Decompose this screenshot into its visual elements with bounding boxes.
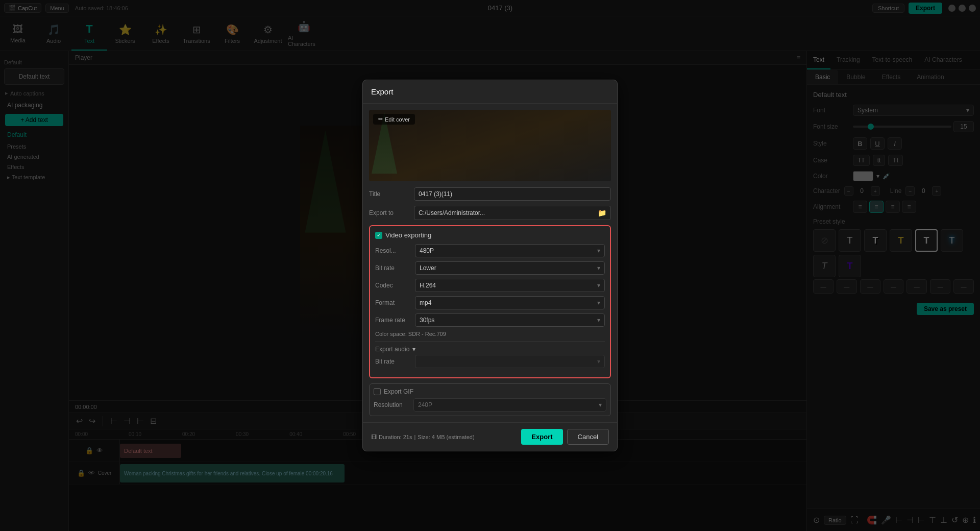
video-export-section: ✓ Video exporting Resol... 480P ▾ Bit ra…	[369, 225, 611, 378]
audio-bitrate-row: Bit rate ▾	[375, 355, 605, 368]
resolution-value: 480P	[420, 247, 434, 254]
export-audio-row: Export audio ▾	[375, 341, 605, 353]
video-export-checkbox[interactable]: ✓	[375, 232, 382, 239]
folder-icon[interactable]: 📁	[598, 209, 606, 217]
gif-checkbox[interactable]	[374, 388, 381, 395]
video-file-icon: 🎞	[371, 434, 377, 440]
framerate-chevron-icon: ▾	[597, 317, 600, 324]
export-path-display: C:/Users/Administrator... 📁	[414, 206, 611, 220]
export-preview: Default text ✏ Edit cover	[369, 110, 611, 181]
duration-label: Duration: 21s	[379, 434, 412, 440]
export-confirm-button[interactable]: Export	[521, 429, 562, 445]
edit-cover-button[interactable]: ✏ Edit cover	[373, 114, 415, 125]
bitrate-row: Bit rate Lower ▾	[375, 261, 605, 275]
bitrate-select[interactable]: Lower ▾	[415, 261, 605, 275]
modal-header: Export	[363, 80, 617, 104]
codec-select[interactable]: H.264 ▾	[415, 279, 605, 292]
format-chevron-icon: ▾	[597, 299, 600, 306]
gif-resolution-select[interactable]: 240P ▾	[413, 398, 606, 412]
resolution-chevron-icon: ▾	[597, 247, 600, 254]
codec-chevron-icon: ▾	[597, 282, 600, 289]
gif-chevron-icon: ▾	[599, 401, 602, 408]
gif-section: Export GIF Resolution 240P ▾	[369, 383, 611, 416]
export-to-row: Export to C:/Users/Administrator... 📁	[369, 206, 611, 220]
edit-cover-label: Edit cover	[385, 116, 410, 123]
format-value: mp4	[420, 299, 431, 306]
size-label: Size: 4 MB (estimated)	[418, 434, 474, 440]
checkmark-icon: ✓	[377, 232, 381, 238]
modal-body: Default text ✏ Edit cover Title Export t…	[363, 104, 617, 422]
gif-header: Export GIF	[374, 388, 606, 395]
codec-row: Codec H.264 ▾	[375, 279, 605, 292]
edit-icon: ✏	[378, 116, 383, 123]
modal-title: Export	[371, 87, 393, 96]
export-audio-label: Export audio	[375, 346, 409, 353]
framerate-select[interactable]: 30fps ▾	[415, 313, 605, 327]
gif-resolution-label: Resolution	[374, 401, 409, 408]
duration-info: 🎞 Duration: 21s | Size: 4 MB (estimated)	[371, 434, 475, 440]
cancel-button[interactable]: Cancel	[567, 429, 609, 445]
audio-chevron-icon[interactable]: ▾	[412, 346, 415, 353]
color-space-label: Color space: SDR - Rec.709	[375, 331, 605, 337]
framerate-value: 30fps	[420, 317, 434, 324]
gif-resolution-row: Resolution 240P ▾	[374, 398, 606, 412]
format-select[interactable]: mp4 ▾	[415, 296, 605, 309]
gif-title: Export GIF	[384, 388, 413, 395]
audio-bitrate-chevron-icon: ▾	[597, 358, 600, 365]
format-row: Format mp4 ▾	[375, 296, 605, 309]
export-modal: Export Default text ✏ Edit cover Title	[362, 80, 618, 451]
export-path-value: C:/Users/Administrator...	[419, 209, 485, 216]
bitrate-value: Lower	[420, 264, 436, 272]
resolution-select[interactable]: 480P ▾	[415, 244, 605, 257]
modal-buttons: Export Cancel	[521, 429, 609, 445]
format-label: Format	[375, 299, 411, 306]
framerate-row: Frame rate 30fps ▾	[375, 313, 605, 327]
bitrate-label: Bit rate	[375, 264, 411, 272]
codec-label: Codec	[375, 282, 411, 289]
video-export-title: Video exporting	[385, 231, 431, 239]
title-input[interactable]	[414, 187, 611, 201]
codec-value: H.264	[420, 282, 436, 289]
separator: |	[414, 434, 415, 440]
resolution-row: Resol... 480P ▾	[375, 244, 605, 257]
video-export-header: ✓ Video exporting	[375, 231, 605, 239]
audio-bitrate-label: Bit rate	[375, 358, 411, 365]
bitrate-chevron-icon: ▾	[597, 264, 600, 272]
gif-resolution-value: 240P	[418, 401, 432, 408]
audio-bitrate-select[interactable]: ▾	[415, 355, 605, 368]
resolution-label: Resol...	[375, 247, 411, 254]
export-to-label: Export to	[369, 209, 410, 216]
framerate-label: Frame rate	[375, 317, 411, 324]
modal-footer: 🎞 Duration: 21s | Size: 4 MB (estimated)…	[363, 422, 617, 451]
modal-overlay: Export Default text ✏ Edit cover Title	[0, 0, 980, 531]
title-label: Title	[369, 190, 410, 198]
title-form-row: Title	[369, 187, 611, 201]
